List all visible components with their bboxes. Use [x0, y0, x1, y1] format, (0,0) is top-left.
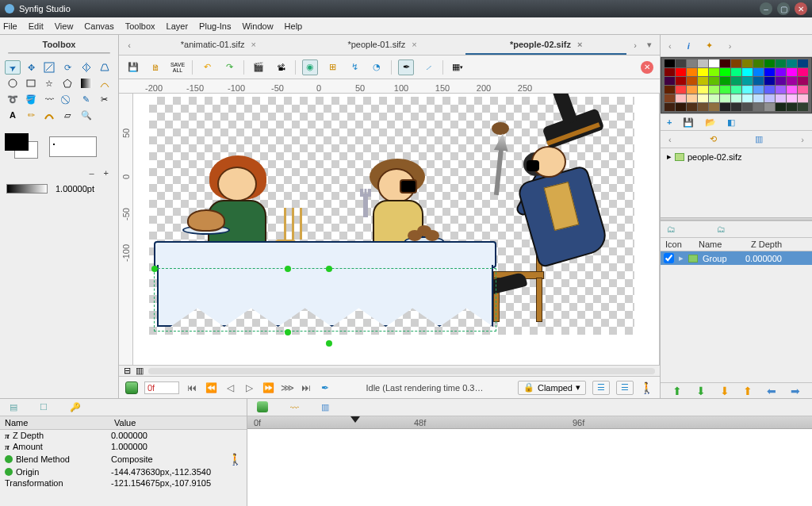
frame-input[interactable]	[144, 381, 179, 394]
maximize-button[interactable]: ▢	[777, 2, 790, 15]
palette-swatch[interactable]	[720, 59, 730, 67]
palette-swatch[interactable]	[731, 86, 741, 94]
render-button[interactable]: 🎬	[251, 59, 266, 75]
param-row[interactable]: πAmount1.000000	[0, 441, 247, 452]
layer-up-button[interactable]: ⬆	[672, 385, 682, 397]
gradient-swatch[interactable]	[6, 184, 48, 194]
palette-swatch[interactable]	[720, 68, 730, 76]
text-tool[interactable]: A	[5, 108, 21, 122]
palette-swatch[interactable]	[787, 59, 797, 67]
tab-people-02[interactable]: *people-02.sifz×	[465, 35, 626, 55]
close-icon[interactable]: ×	[251, 40, 255, 49]
palette-swatch[interactable]	[787, 68, 797, 76]
palette-swatch[interactable]	[742, 77, 753, 85]
cut-tool[interactable]: ✂	[97, 92, 113, 106]
palette-swatch[interactable]	[776, 86, 786, 94]
palette-swatch[interactable]	[720, 86, 730, 94]
palette-swatch[interactable]	[698, 94, 708, 102]
keyframe-lock-dropdown[interactable]: 🔒Clamped▾	[518, 381, 586, 395]
palette-swatch[interactable]	[753, 59, 764, 67]
palette-swatch[interactable]	[676, 77, 686, 85]
palette-swatch[interactable]	[698, 86, 708, 94]
palette-swatch[interactable]	[742, 86, 753, 94]
palette-swatch[interactable]	[787, 77, 797, 85]
circle-tool[interactable]	[5, 76, 21, 90]
palette-swatch[interactable]	[798, 103, 808, 111]
palette-swatch[interactable]	[731, 103, 741, 111]
palette-swatch[interactable]	[764, 103, 775, 111]
bones-button[interactable]: ⟋	[420, 59, 436, 75]
menu-edit[interactable]: Edit	[29, 21, 44, 31]
palette-swatch[interactable]	[776, 68, 786, 76]
playhead-icon[interactable]	[350, 416, 360, 423]
param-row[interactable]: Transformation-121.154675px,-107.9105	[0, 477, 247, 489]
grid-toggle-button[interactable]: ▦▾	[450, 59, 465, 75]
zoom-menu-icon[interactable]: ▥	[136, 366, 144, 376]
seek-prev-key-button[interactable]: ⏪	[205, 382, 217, 393]
layer-row-group[interactable]: ▸ Group 0.000000	[661, 251, 812, 265]
sets-tab-icon[interactable]: 🗂	[717, 224, 726, 234]
onion-button[interactable]: ◉	[302, 59, 318, 75]
preview-button[interactable]: 📽	[273, 59, 289, 75]
loop-button[interactable]: ✒	[319, 382, 331, 393]
palette-swatch[interactable]	[798, 68, 808, 76]
cancel-render-button[interactable]: ✕	[641, 61, 653, 74]
param-value[interactable]: Composite	[111, 454, 225, 464]
palette-tab-icon[interactable]: ✦	[706, 40, 713, 51]
mirror-tool[interactable]	[79, 60, 94, 75]
save-button[interactable]: 💾	[125, 59, 141, 75]
palette-swatch[interactable]	[764, 94, 775, 102]
layer-down-button[interactable]: ⬇	[696, 385, 706, 397]
palette-swatch[interactable]	[798, 94, 808, 102]
gradient-tool[interactable]	[79, 76, 94, 90]
palette-swatch[interactable]	[731, 59, 741, 67]
param-row[interactable]: πZ Depth0.000000	[0, 430, 247, 441]
spline-tool[interactable]	[97, 76, 113, 90]
palette-swatch[interactable]	[776, 59, 786, 67]
palette-swatch[interactable]	[676, 59, 686, 67]
save-all-button[interactable]: SAVEALL	[170, 59, 186, 75]
palette-swatch[interactable]	[665, 86, 675, 94]
selection-frame[interactable]	[154, 268, 496, 332]
animate-icon[interactable]: 🚶	[640, 381, 653, 394]
play-button[interactable]: ▷	[243, 382, 255, 393]
rectangle-tool[interactable]	[23, 76, 39, 90]
zoom-out-icon[interactable]: ⊟	[124, 366, 131, 376]
seek-next-frame-button[interactable]: ⏩	[262, 382, 274, 393]
canvas[interactable]	[133, 94, 660, 365]
redo-button[interactable]: ↷	[221, 59, 237, 75]
star-tool[interactable]: ☆	[41, 76, 57, 90]
palette-swatch[interactable]	[753, 68, 764, 76]
eraser-tool[interactable]: ▱	[59, 108, 75, 122]
eyedropper-tool[interactable]: ⃠	[59, 92, 75, 106]
scale-tool[interactable]	[41, 60, 57, 75]
outline-swatch[interactable]	[49, 136, 97, 157]
info-tab-icon[interactable]: i	[688, 41, 690, 51]
tab-menu-icon[interactable]: ▾	[644, 40, 655, 50]
param-row[interactable]: Origin-144.473630px,-112.3540	[0, 466, 247, 477]
tab-animatic[interactable]: *animatic-01.sifz×	[138, 35, 299, 55]
palette-swatch[interactable]	[764, 86, 775, 94]
palette-swatch[interactable]	[676, 103, 686, 111]
param-value[interactable]: -121.154675px,-107.9105	[111, 478, 242, 488]
nav-fwd-icon[interactable]: ›	[729, 41, 732, 51]
default-palette-button[interactable]: ◧	[727, 117, 735, 128]
palette-swatch[interactable]	[798, 77, 808, 85]
param-value[interactable]: 1.000000	[111, 442, 242, 451]
tab-people-01[interactable]: *people-01.sifz×	[302, 35, 463, 55]
menu-plugins[interactable]: Plug-Ins	[199, 21, 231, 31]
layer-exit-button[interactable]: ⬆	[743, 385, 753, 397]
lasso-tool[interactable]: ➰	[5, 92, 21, 106]
handle-icon[interactable]	[285, 329, 291, 335]
handles-button[interactable]: ✒	[398, 59, 414, 75]
animate-mode-button[interactable]	[125, 381, 138, 394]
palette-swatch[interactable]	[731, 77, 741, 85]
palette-swatch[interactable]	[698, 68, 708, 76]
seek-next-key-button[interactable]: ⋙	[281, 382, 293, 393]
palette-swatch[interactable]	[787, 94, 797, 102]
smooth-move-tool[interactable]: ✥	[23, 60, 39, 75]
canvas-scrollbar[interactable]: ⊟ ▥	[119, 365, 660, 376]
handle-icon[interactable]	[326, 340, 332, 347]
canvas-tree[interactable]: ▸people-02.sifz	[661, 148, 812, 165]
palette-swatch[interactable]	[731, 94, 741, 102]
